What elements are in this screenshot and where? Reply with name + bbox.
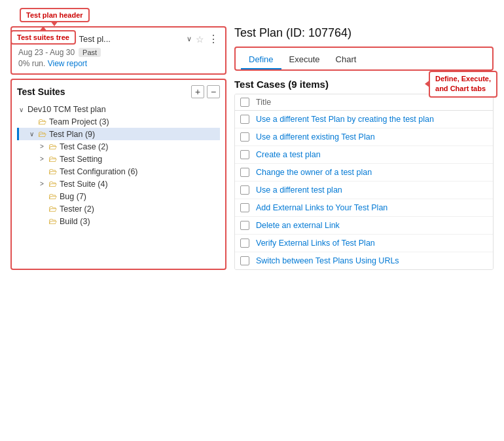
tree-item[interactable]: 🗁Build (3) — [17, 215, 220, 227]
test-case-link[interactable]: Use a different test plan — [256, 185, 342, 195]
test-case-link[interactable]: Use a different Test Plan by creating th… — [256, 115, 434, 124]
table-row[interactable]: Delete an external Link — [235, 217, 493, 235]
test-case-link[interactable]: Use a different existing Test Plan — [256, 132, 375, 142]
test-case-link[interactable]: Change the owner of a test plan — [256, 168, 372, 177]
tree-item-wrapper: 🗁Bug (7) — [17, 190, 220, 202]
row-checkbox[interactable] — [240, 239, 249, 248]
row-checkbox[interactable] — [240, 256, 249, 265]
tree-label: Test Setting — [60, 155, 102, 164]
table-row[interactable]: Verify External Links of Test Plan — [235, 235, 493, 252]
tab-define[interactable]: Define — [241, 50, 281, 69]
test-suites-box: Test Suites + − ∨Dev10 TCM Test plan 🗁Te… — [10, 79, 226, 270]
title-column-header: Title — [256, 98, 271, 107]
tree-item-wrapper: >🗁Test Case (2) — [17, 140, 220, 153]
tabs-container: DefineExecuteChart — [234, 47, 494, 71]
left-panel: ← Dev10 TCM Test pl... ∨ ☆ ⋮ Aug 23 - Au… — [10, 26, 226, 270]
folder-icon: 🗁 — [48, 216, 57, 226]
right-panel: Test Plan (ID: 107764) DefineExecuteChar… — [234, 26, 494, 270]
table-row[interactable]: Use a different Test Plan by creating th… — [235, 111, 493, 128]
past-badge: Past — [79, 48, 101, 57]
plan-id-heading: Test Plan (ID: 107764) — [234, 26, 494, 40]
test-case-link[interactable]: Create a test plan — [256, 150, 321, 159]
row-checkbox[interactable] — [240, 132, 249, 142]
select-all-checkbox[interactable] — [240, 98, 249, 107]
row-checkbox[interactable] — [240, 168, 249, 177]
view-report-link[interactable]: View report — [48, 59, 87, 68]
tree-label: Team Project (3) — [49, 117, 109, 126]
tree-label: Test Case (2) — [60, 142, 108, 151]
row-checkbox[interactable] — [240, 221, 249, 230]
dropdown-chevron-icon[interactable]: ∨ — [187, 35, 192, 43]
tree-item[interactable]: 🗁Team Project (3) — [17, 115, 220, 128]
folder-icon: 🗁 — [48, 191, 57, 201]
star-icon[interactable]: ☆ — [196, 34, 204, 45]
selected-indicator — [17, 128, 19, 140]
table-row[interactable]: Add External Links to Your Test Plan — [235, 199, 493, 217]
tree-item[interactable]: 🗁Tester (2) — [17, 202, 220, 215]
row-checkbox[interactable] — [240, 185, 249, 195]
table-row[interactable]: Use a different test plan — [235, 182, 493, 199]
tree-item-wrapper: >🗁Test Setting — [17, 153, 220, 165]
folder-icon: 🗁 — [48, 204, 57, 214]
test-case-link[interactable]: Delete an external Link — [256, 221, 340, 230]
tree-label: Test Configuration (6) — [60, 167, 138, 176]
run-percent: 0% run. — [18, 59, 45, 68]
annotation-tabs: Define, Execute, and Chart tabs — [429, 71, 497, 98]
table-row[interactable]: Create a test plan — [235, 146, 493, 164]
row-checkbox[interactable] — [240, 115, 249, 124]
tree-item-wrapper: 🗁Tester (2) — [17, 202, 220, 215]
annotation-test-plan-header: Test plan header — [20, 8, 90, 22]
tree-item-wrapper: ∨Dev10 TCM Test plan — [17, 104, 220, 115]
suites-tree: ∨Dev10 TCM Test plan 🗁Team Project (3)∨🗁… — [17, 104, 220, 227]
tab-execute[interactable]: Execute — [281, 50, 328, 69]
folder-icon: 🗁 — [38, 117, 46, 126]
tree-item[interactable]: 🗁Test Configuration (6) — [17, 165, 220, 178]
folder-icon: 🗁 — [48, 179, 57, 189]
tree-item[interactable]: ∨Dev10 TCM Test plan — [17, 104, 220, 115]
expand-icon[interactable]: ∨ — [27, 130, 35, 138]
expand-icon[interactable]: > — [38, 143, 46, 150]
folder-icon: 🗁 — [38, 129, 46, 139]
tree-label: Test Suite (4) — [60, 180, 108, 189]
expand-icon[interactable]: > — [38, 180, 46, 187]
tree-item-wrapper: >🗁Test Suite (4) — [17, 178, 220, 190]
tree-item-wrapper: ∨🗁Test Plan (9) — [17, 128, 220, 140]
expand-icon[interactable]: > — [38, 155, 46, 163]
folder-icon: 🗁 — [48, 166, 57, 176]
folder-icon: 🗁 — [48, 154, 57, 164]
tree-item[interactable]: ∨🗁Test Plan (9) — [17, 128, 220, 140]
expand-icon[interactable]: ∨ — [17, 106, 25, 113]
annotation-test-suites-tree: Test suites tree — [10, 30, 76, 45]
tree-item[interactable]: >🗁Test Case (2) — [17, 140, 220, 153]
tree-item[interactable]: >🗁Test Setting — [17, 153, 220, 165]
tree-label: Bug (7) — [60, 192, 86, 201]
tree-item[interactable]: >🗁Test Suite (4) — [17, 178, 220, 190]
test-cases-list: Title Use a different Test Plan by creat… — [234, 94, 494, 270]
test-case-link[interactable]: Switch between Test Plans Using URLs — [256, 256, 399, 265]
folder-icon: 🗁 — [48, 142, 57, 151]
test-case-link[interactable]: Verify External Links of Test Plan — [256, 239, 375, 248]
tree-item-wrapper: 🗁Team Project (3) — [17, 115, 220, 128]
tree-label: Test Plan (9) — [49, 130, 95, 139]
date-range: Aug 23 - Aug 30 — [18, 48, 75, 57]
table-row[interactable]: Switch between Test Plans Using URLs — [235, 252, 493, 269]
suites-title: Test Suites — [17, 86, 65, 97]
test-case-link[interactable]: Add External Links to Your Test Plan — [256, 203, 387, 212]
tree-label: Dev10 TCM Test plan — [27, 105, 106, 114]
row-checkbox[interactable] — [240, 203, 249, 212]
tree-item-wrapper: 🗁Build (3) — [17, 215, 220, 227]
table-row[interactable]: Use a different existing Test Plan — [235, 128, 493, 146]
tree-item[interactable]: 🗁Bug (7) — [17, 190, 220, 202]
table-row[interactable]: Change the owner of a test plan — [235, 164, 493, 182]
row-checkbox[interactable] — [240, 150, 249, 159]
tab-chart[interactable]: Chart — [328, 50, 365, 69]
collapse-suite-button[interactable]: − — [207, 85, 220, 98]
tree-label: Build (3) — [60, 217, 90, 226]
tree-label: Tester (2) — [60, 204, 94, 214]
test-cases-rows: Use a different Test Plan by creating th… — [235, 111, 493, 269]
tree-item-wrapper: 🗁Test Configuration (6) — [17, 165, 220, 178]
add-suite-button[interactable]: + — [191, 85, 204, 98]
more-options-icon[interactable]: ⋮ — [208, 33, 219, 45]
